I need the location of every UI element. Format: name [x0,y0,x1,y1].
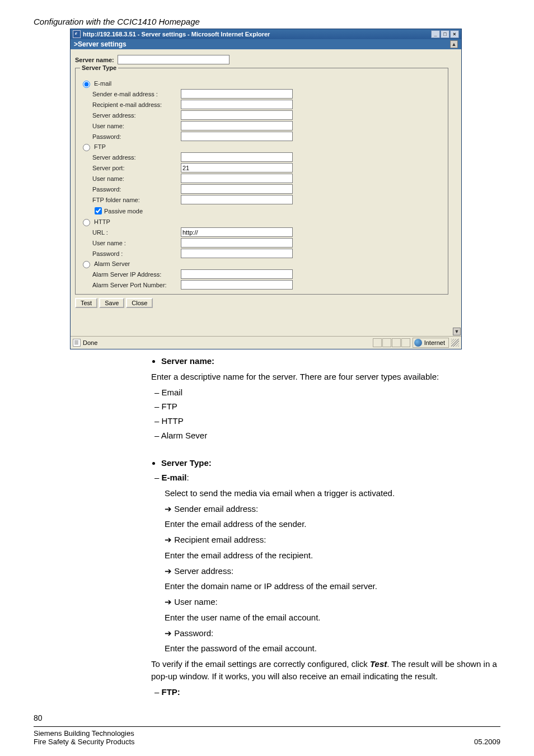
type-email: Email [162,388,183,397]
radio-ftp-label: FTP [94,143,106,150]
lbl-ftp-server: Server address: [92,154,181,161]
input-ftp-pass[interactable] [181,184,293,194]
input-alarm-port[interactable] [181,280,293,290]
close-button[interactable]: Close [126,298,153,308]
save-button[interactable]: Save [99,298,124,308]
user-title: User name: [154,596,500,608]
radio-http[interactable] [83,219,90,226]
ie-title-text: http://192.168.3.51 - Server settings - … [83,31,270,38]
email-heading: E-mail [162,473,187,482]
checkbox-passive[interactable] [95,207,102,214]
ie-titlebar: http://192.168.3.51 - Server settings - … [71,29,461,39]
input-ftp-port[interactable] [181,163,293,172]
footer-line1: Siemens Building Technologies [34,729,135,738]
srv-desc: Enter the domain name or IP address of t… [154,580,500,592]
pass-desc: Enter the password of the email account. [154,642,500,655]
server-type-fieldset: Server Type E-mail Sender e-mail address… [75,68,448,295]
input-email-server[interactable] [181,110,293,120]
footer-date: 05.2009 [474,738,500,746]
recip-desc: Enter the email address of the recipient… [154,549,500,562]
lbl-email-user: User name: [92,123,181,129]
internet-zone-icon [414,339,422,347]
lbl-ftp-pass: Password: [92,186,181,193]
ie-window: http://192.168.3.51 - Server settings - … [70,29,462,349]
type-http: HTTP [162,416,184,426]
input-ftp-folder[interactable] [181,195,293,204]
input-recipient[interactable] [181,100,293,109]
radio-http-label: HTTP [94,218,110,225]
lbl-alarm-ip: Alarm Server IP Address: [92,271,181,278]
servername-desc: Enter a descriptive name for the server.… [151,371,500,383]
maximize-button[interactable]: □ [441,30,449,38]
page-icon [73,339,81,347]
srv-title: Server address: [154,565,500,577]
servername-heading: Server name: [161,356,214,366]
ftp-heading: FTP: [162,687,180,697]
zone-indicator: Internet [413,338,449,348]
recip-title: Recipient email address: [154,534,500,546]
lbl-http-pass: Password : [92,250,181,257]
type-ftp: FTP [162,402,177,411]
radio-email[interactable] [83,81,90,88]
sender-desc: Enter the email address of the sender. [154,518,500,530]
page-footer: Siemens Building Technologies Fire Safet… [34,726,500,746]
resize-grip-icon[interactable] [451,339,459,347]
input-alarm-ip[interactable] [181,269,293,279]
servertype-heading: Server Type: [161,458,212,468]
lbl-http-url: URL : [92,229,181,236]
scroll-down-button[interactable]: ▼ [453,328,461,335]
lbl-email-server: Server address: [92,112,181,119]
app-header: >Server settings ▲ [71,39,461,49]
lbl-ftp-port: Server port: [92,165,181,171]
radio-alarm[interactable] [83,261,90,268]
radio-alarm-label: Alarm Server [94,260,130,267]
email-desc: Select to send the media via email when … [154,487,500,500]
lbl-email-pass: Password: [92,133,181,140]
footer-line2: Fire Safety & Security Products [34,738,135,746]
sender-title: Sender email address: [154,503,500,515]
lbl-alarm-port: Alarm Server Port Number: [92,282,181,288]
lbl-passive: Passive mode [104,208,143,214]
window-controls: _ □ × [431,30,459,38]
ie-logo-icon [73,30,81,38]
page-number: 80 [34,713,43,722]
page-section-header: Configuration with the CCIC1410 Homepage [34,17,500,26]
input-http-url[interactable] [181,227,293,237]
zone-label: Internet [424,339,445,346]
radio-email-label: E-mail [94,80,111,87]
lbl-ftp-folder: FTP folder name: [92,197,181,203]
close-window-button[interactable]: × [450,30,459,38]
scroll-up-button[interactable]: ▲ [450,40,458,48]
server-name-label: Server name: [75,57,114,63]
type-alarm: Alarm Sever [161,431,208,440]
minimize-button[interactable]: _ [431,30,440,38]
lbl-recipient: Recipient e-mail address: [92,101,181,108]
status-panes [373,338,410,347]
app-header-text: >Server settings [74,40,127,48]
input-email-user[interactable] [181,121,293,130]
lbl-http-user: User name : [92,240,181,246]
input-email-pass[interactable] [181,132,293,141]
input-ftp-server[interactable] [181,152,293,162]
pass-title: Password: [154,627,500,640]
server-name-input[interactable] [118,55,229,64]
radio-ftp[interactable] [83,144,90,151]
user-desc: Enter the user name of the email account… [154,612,500,624]
input-sender[interactable] [181,89,293,99]
ie-statusbar: Done Internet [71,336,461,349]
test-button[interactable]: Test [75,298,97,308]
input-http-pass[interactable] [181,249,293,258]
input-ftp-user[interactable] [181,174,293,183]
lbl-ftp-user: User name: [92,175,181,182]
fieldset-legend: Server Type [80,64,118,71]
verify-paragraph: To verify if the email settings are corr… [151,658,500,683]
lbl-sender: Sender e-mail address : [92,91,181,97]
document-body: Server name: Enter a descriptive name fo… [151,355,500,698]
status-text: Done [83,339,97,346]
input-http-user[interactable] [181,238,293,248]
